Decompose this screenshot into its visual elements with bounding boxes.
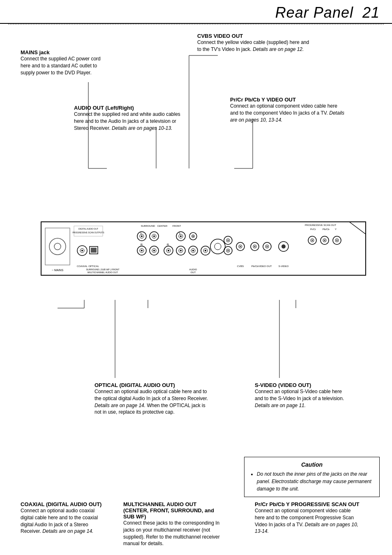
panel-svg: ~ MAINS DIGITAL AUDIO OUT PROGRESSIVE SC… bbox=[37, 214, 378, 292]
cvbs-title: CVBS VIDEO OUT bbox=[197, 33, 312, 39]
svg-point-9 bbox=[49, 238, 66, 255]
svideo-body: Connect an optional S-Video cable here a… bbox=[255, 388, 345, 409]
svg-point-58 bbox=[205, 250, 206, 251]
page-title: Rear Panel 21 bbox=[275, 4, 380, 21]
progressive-body: Connect an optional component video cabl… bbox=[255, 507, 362, 535]
caution-box: Caution Do not touch the inner pins of t… bbox=[244, 457, 380, 497]
prcr-annotation: Pr/Cr Pb/Cb Y VIDEO OUT Connect an optio… bbox=[230, 97, 345, 123]
svg-point-70 bbox=[228, 250, 229, 251]
caution-body: Do not touch the inner pins of the jacks… bbox=[250, 470, 374, 493]
top-annotations: MAINS jack Connect the supplied AC power… bbox=[12, 33, 380, 214]
svg-point-73 bbox=[240, 246, 241, 247]
svg-point-92 bbox=[312, 240, 313, 241]
svg-point-48 bbox=[168, 250, 169, 251]
svg-line-99 bbox=[349, 222, 366, 234]
mains-annotation: MAINS jack Connect the supplied AC power… bbox=[21, 49, 103, 76]
svg-text:L: L bbox=[141, 232, 142, 235]
svg-text:Y: Y bbox=[335, 228, 337, 230]
svideo-title: S-VIDEO (VIDEO OUT) bbox=[255, 382, 345, 388]
audio-title: AUDIO OUT (Left/Right) bbox=[74, 105, 189, 111]
svg-point-84 bbox=[281, 244, 286, 249]
caution-bullet: Do not touch the inner pins of the jacks… bbox=[257, 470, 374, 493]
svg-point-45 bbox=[153, 250, 155, 251]
svg-point-27 bbox=[141, 235, 143, 237]
svg-point-52 bbox=[180, 250, 182, 251]
svg-point-67 bbox=[228, 240, 229, 241]
prcr-body: Connect an optional component video cabl… bbox=[230, 103, 345, 123]
page-title-text: Rear Panel bbox=[275, 4, 353, 21]
prcr-title: Pr/Cr Pb/Cb Y VIDEO OUT bbox=[230, 97, 345, 103]
rear-panel-diagram: ~ MAINS DIGITAL AUDIO OUT PROGRESSIVE SC… bbox=[12, 214, 380, 296]
cvbs-body: Connect the yellow video cable (supplied… bbox=[197, 39, 312, 53]
multichannel-annotation: MULTICHANNEL AUDIO OUT (CENTER, FRONT, S… bbox=[123, 501, 220, 547]
svg-text:AUDIO: AUDIO bbox=[189, 268, 197, 271]
svg-text:PROGRESSIVE SCAN OUT: PROGRESSIVE SCAN OUT bbox=[305, 224, 337, 226]
svg-text:SURROUND: SURROUND bbox=[141, 225, 155, 227]
svg-text:COAXIAL: COAXIAL bbox=[77, 265, 88, 267]
coaxial-body: Connect an optional audio coaxial digita… bbox=[21, 507, 107, 535]
svg-text:OUT: OUT bbox=[191, 271, 196, 274]
cvbs-annotation: CVBS VIDEO OUT Connect the yellow video … bbox=[197, 33, 312, 53]
svg-text:PROGRESSIVE SCAN OUTPUTS: PROGRESSIVE SCAN OUTPUTS bbox=[73, 231, 105, 234]
svg-text:Pb/Cb: Pb/Cb bbox=[323, 228, 330, 230]
coaxial-annotation: COAXIAL (DIGITAL AUDIO OUT) Connect an o… bbox=[21, 501, 107, 535]
svg-text:FRONT: FRONT bbox=[173, 225, 181, 227]
svg-text:S-VIDEO: S-VIDEO bbox=[279, 265, 289, 267]
svg-rect-8 bbox=[45, 228, 70, 265]
svg-point-60 bbox=[214, 243, 221, 250]
svg-point-38 bbox=[193, 236, 194, 237]
multichannel-body: Connect these jacks to the corresponding… bbox=[123, 520, 220, 547]
svg-text:CVBS: CVBS bbox=[237, 265, 244, 267]
audio-body: Connect the supplied red and white audio… bbox=[74, 111, 189, 131]
page-number: 21 bbox=[362, 4, 380, 21]
svg-text:CENTER: CENTER bbox=[157, 225, 168, 227]
svg-text:~ MAINS: ~ MAINS bbox=[52, 269, 64, 272]
svg-text:DIGITAL AUDIO OUT: DIGITAL AUDIO OUT bbox=[78, 228, 98, 230]
svg-text:MULTICHANNEL AUDIO OUT: MULTICHANNEL AUDIO OUT bbox=[88, 271, 118, 274]
svg-point-17 bbox=[81, 250, 83, 251]
audio-annotation: AUDIO OUT (Left/Right) Connect the suppl… bbox=[74, 105, 189, 131]
optical-annotation: OPTICAL (DIGITAL AUDIO OUT) Connect an o… bbox=[95, 382, 210, 416]
svg-text:VIDEO OUT: VIDEO OUT bbox=[258, 265, 272, 267]
svg-point-77 bbox=[254, 246, 256, 247]
coaxial-title: COAXIAL (DIGITAL AUDIO OUT) bbox=[21, 501, 107, 507]
progressive-annotation: Pr/Cr Pb/Cb Y PROGRESSIVE SCAN OUT Conne… bbox=[255, 501, 362, 535]
optical-title: OPTICAL (DIGITAL AUDIO OUT) bbox=[95, 382, 210, 388]
svg-text:R: R bbox=[141, 243, 143, 246]
progressive-title: Pr/Cr Pb/Cb Y PROGRESSIVE SCAN OUT bbox=[255, 501, 362, 507]
svg-text:L: L bbox=[179, 232, 181, 235]
svideo-annotation: S-VIDEO (VIDEO OUT) Connect an optional … bbox=[255, 382, 345, 409]
svg-text:OPTICAL: OPTICAL bbox=[88, 265, 99, 267]
page-header: Rear Panel 21 bbox=[0, 0, 392, 24]
optical-body: Connect an optional audio optical cable … bbox=[95, 388, 210, 416]
svg-point-34 bbox=[180, 235, 182, 237]
svg-rect-20 bbox=[91, 248, 97, 253]
main-content: MAINS jack Connect the supplied AC power… bbox=[0, 25, 392, 514]
svg-point-55 bbox=[192, 250, 194, 251]
svg-text:Pr/Cr: Pr/Cr bbox=[310, 228, 316, 230]
svg-text:Pb/Cb: Pb/Cb bbox=[251, 265, 258, 267]
svg-point-31 bbox=[153, 235, 155, 237]
mains-title: MAINS jack bbox=[21, 49, 103, 55]
bottom-annotations: COAXIAL (DIGITAL AUDIO OUT) Connect an o… bbox=[12, 300, 380, 505]
svg-point-59 bbox=[210, 239, 225, 254]
svg-text:R: R bbox=[167, 243, 169, 246]
svg-point-95 bbox=[324, 240, 325, 241]
caution-title: Caution bbox=[250, 461, 374, 468]
svg-point-10 bbox=[54, 243, 61, 250]
svg-point-81 bbox=[267, 246, 268, 247]
mains-body: Connect the supplied AC power cord here … bbox=[21, 55, 103, 76]
svg-text:SURROUND | SUB WF | FRONT: SURROUND | SUB WF | FRONT bbox=[86, 268, 120, 271]
svg-point-42 bbox=[141, 250, 143, 251]
svg-point-98 bbox=[337, 240, 338, 241]
multichannel-title: MULTICHANNEL AUDIO OUT (CENTER, FRONT, S… bbox=[123, 501, 220, 520]
